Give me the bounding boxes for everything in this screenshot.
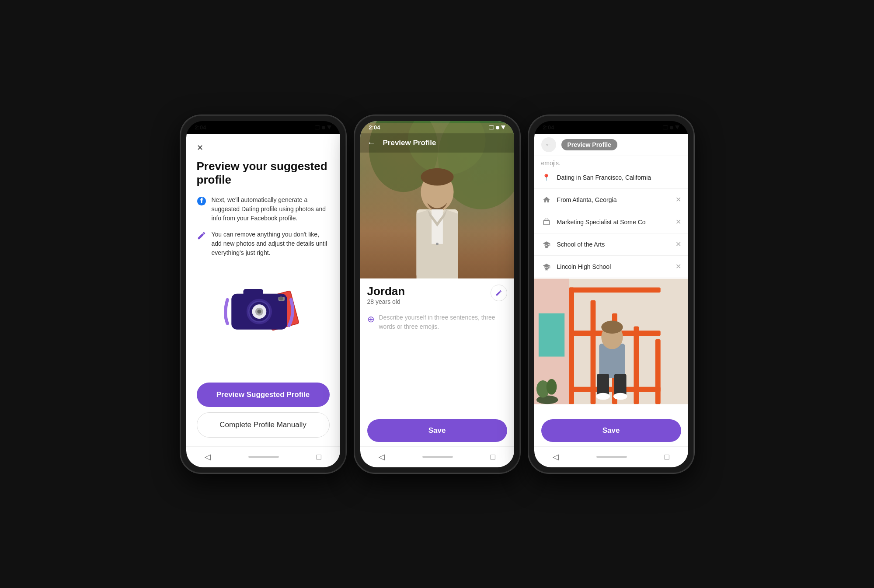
- school-icon-1: [541, 239, 552, 250]
- back-nav-3[interactable]: ◁: [553, 452, 559, 462]
- school-icon-2: [541, 261, 552, 272]
- svg-point-38: [613, 393, 627, 400]
- recent-nav[interactable]: □: [317, 452, 321, 462]
- signal-icon-3: [670, 126, 673, 129]
- phone-3-inner: 2:04 ← Preview Profile emojis.: [534, 121, 688, 467]
- bio-placeholder[interactable]: ⊕ Describe yourself in three sentences, …: [367, 313, 507, 331]
- save-button-2[interactable]: Save: [367, 419, 507, 442]
- list-item-school1: School of the Arts ✕: [534, 233, 688, 256]
- screen1-content: ✕ Preview your suggested profile Next, w…: [186, 134, 340, 383]
- phone-2-time: 2:04: [369, 124, 380, 131]
- list-text-location: Dating in San Francisco, California: [557, 174, 681, 181]
- list-item-hometown: From Atlanta, Georgia ✕: [534, 189, 688, 211]
- status-icons-3: [663, 125, 679, 129]
- screen3-title: Preview Profile: [561, 139, 617, 150]
- phones-container: 2:04 ✕ Preview your suggested profile: [180, 115, 694, 473]
- svg-rect-27: [569, 287, 661, 292]
- svg-rect-26: [655, 339, 660, 404]
- screen3-header: ← Preview Profile: [534, 134, 688, 156]
- recent-nav-3[interactable]: □: [665, 452, 669, 462]
- save-btn-bar-3: Save: [534, 415, 688, 446]
- recent-nav-2[interactable]: □: [491, 452, 495, 462]
- home-icon: [541, 195, 552, 205]
- svg-rect-35: [597, 374, 609, 395]
- profile-name-section: Jordan 28 years old: [367, 285, 405, 311]
- emojis-text: emojis.: [534, 156, 688, 167]
- svg-point-20: [436, 242, 439, 245]
- phone-1-status-icons: [315, 122, 331, 134]
- remove-school2-button[interactable]: ✕: [676, 262, 681, 271]
- list-text-hometown: From Atlanta, Georgia: [557, 196, 670, 203]
- screen2-header: ← Preview Profile: [360, 133, 514, 153]
- save-button-3[interactable]: Save: [541, 419, 681, 442]
- status-icons-2: [489, 125, 505, 129]
- phone-3-screen: ← Preview Profile emojis. 📍 Dating in Sa…: [534, 134, 688, 446]
- remove-hometown-button[interactable]: ✕: [676, 195, 681, 204]
- screen1-bottom: Preview Suggested Profile Complete Profi…: [186, 383, 340, 446]
- back-nav-2[interactable]: ◁: [379, 452, 385, 462]
- home-nav-2[interactable]: [422, 456, 453, 458]
- back-button-2[interactable]: ←: [367, 138, 376, 148]
- info-item-facebook: Next, we'll automatically generate a sug…: [197, 195, 330, 223]
- list-text-job: Marketing Specialist at Some Co: [557, 219, 670, 226]
- battery-icon-2: [489, 125, 494, 129]
- svg-rect-25: [634, 326, 639, 404]
- phone-2-inner: 2:04: [360, 121, 514, 467]
- svg-point-11: [279, 296, 283, 300]
- phone-3-time: 2:04: [543, 124, 554, 131]
- info-text-edit: You can remove anything you don't like, …: [212, 230, 330, 257]
- edit-profile-button[interactable]: [491, 285, 507, 301]
- second-profile-photo: [534, 278, 688, 405]
- list-item-school2: Lincoln High School ✕: [534, 256, 688, 278]
- bio-text: Describe yourself in three sentences, th…: [379, 313, 507, 331]
- work-icon: [541, 217, 552, 227]
- plus-icon: ⊕: [367, 314, 375, 324]
- svg-point-18: [421, 168, 453, 185]
- list-text-school1: School of the Arts: [557, 241, 670, 248]
- info-text-facebook: Next, we'll automatically generate a sug…: [212, 195, 330, 223]
- svg-point-37: [596, 393, 610, 400]
- svg-point-9: [257, 310, 261, 313]
- profile-name-row: Jordan 28 years old: [367, 285, 507, 311]
- wifi-icon-2: [501, 125, 505, 129]
- back-button-3[interactable]: ←: [541, 137, 556, 152]
- phone-1: 2:04 ✕ Preview your suggested profile: [180, 115, 346, 473]
- phone-2-status-bar: 2:04: [360, 121, 514, 134]
- svg-rect-22: [569, 287, 574, 404]
- screen1-title: Preview your suggested profile: [197, 160, 330, 187]
- close-button[interactable]: ✕: [197, 143, 330, 153]
- wifi-icon: [327, 125, 331, 129]
- home-nav[interactable]: [248, 456, 279, 458]
- profile-info-section: Jordan 28 years old ⊕ Describe yourself …: [360, 278, 514, 415]
- preview-suggested-profile-button[interactable]: Preview Suggested Profile: [197, 383, 330, 407]
- svg-rect-19: [432, 209, 443, 244]
- svg-point-34: [601, 320, 623, 334]
- remove-job-button[interactable]: ✕: [676, 218, 681, 226]
- battery-icon-3: [663, 125, 668, 129]
- list-item-job: Marketing Specialist at Some Co ✕: [534, 211, 688, 233]
- svg-point-39: [536, 395, 557, 404]
- back-nav[interactable]: ◁: [205, 452, 211, 462]
- signal-icon-2: [496, 126, 499, 129]
- remove-school1-button[interactable]: ✕: [676, 240, 681, 248]
- phone-3-nav-bar: ◁ □: [534, 446, 688, 467]
- camera-illustration: [219, 269, 307, 334]
- info-item-edit: You can remove anything you don't like, …: [197, 230, 330, 257]
- phone-1-time: 2:04: [195, 124, 206, 131]
- phone-1-screen: ✕ Preview your suggested profile Next, w…: [186, 134, 340, 446]
- status-icons-1: [315, 125, 331, 129]
- home-nav-3[interactable]: [596, 456, 627, 458]
- phone-1-inner: 2:04 ✕ Preview your suggested profile: [186, 121, 340, 467]
- svg-rect-4: [243, 289, 263, 296]
- save-btn-bar-2: Save: [360, 415, 514, 446]
- location-icon: 📍: [541, 172, 552, 183]
- screen2-title: Preview Profile: [383, 139, 436, 147]
- pencil-icon: [197, 231, 206, 240]
- phone-2: 2:04: [354, 115, 520, 473]
- svg-point-41: [546, 379, 557, 395]
- phone-2-screen: ← Preview Profile Jordan 28 years old: [360, 121, 514, 446]
- list-item-location: 📍 Dating in San Francisco, California: [534, 167, 688, 189]
- complete-profile-manually-button[interactable]: Complete Profile Manually: [197, 412, 330, 438]
- wifi-icon-3: [675, 125, 679, 129]
- battery-icon: [315, 125, 320, 129]
